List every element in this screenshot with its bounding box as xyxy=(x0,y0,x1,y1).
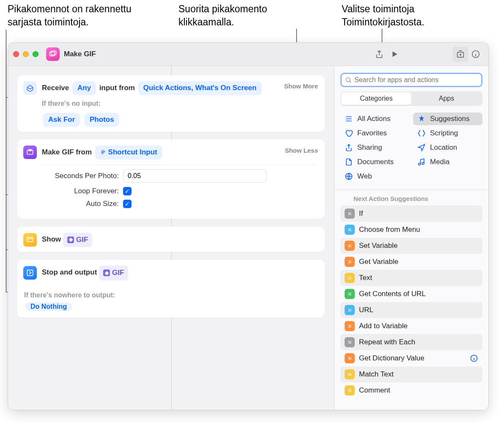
receive-icon xyxy=(23,81,37,95)
category-sharing[interactable]: Sharing xyxy=(340,141,410,154)
info-icon[interactable] xyxy=(470,354,478,363)
show-more[interactable]: Show More xyxy=(284,82,318,90)
action-icon: ≡ xyxy=(345,273,355,283)
text: Show xyxy=(42,235,61,243)
stop-icon xyxy=(23,266,37,280)
autosize-checkbox[interactable]: ✓ xyxy=(123,200,131,208)
show-icon xyxy=(23,233,37,247)
suggestion-get-dictionary-value[interactable]: ≡Get Dictionary Value xyxy=(340,350,482,366)
action-icon: ≡ xyxy=(345,289,355,299)
action-icon: ≡ xyxy=(345,321,355,331)
token-source[interactable]: Quick Actions, What's On Screen xyxy=(138,81,262,95)
shortcuts-window: Make GIF Receive xyxy=(8,42,489,410)
suggestion-choose-from-menu[interactable]: ≡Choose from Menu xyxy=(340,222,482,238)
action-icon: ≡ xyxy=(345,209,355,219)
svg-point-6 xyxy=(102,151,104,153)
token-photos[interactable]: Photos xyxy=(85,113,119,127)
svg-rect-1 xyxy=(51,51,56,55)
titlebar: Make GIF xyxy=(8,43,488,66)
category-scripting[interactable]: Scripting xyxy=(413,127,482,140)
text: Receive xyxy=(42,84,69,92)
token-do-nothing[interactable]: Do Nothing xyxy=(25,302,72,311)
callout-run: Suorita pikakomento klikkaamalla. xyxy=(178,3,267,29)
suggestion-repeat-with-each[interactable]: ≡Repeat with Each xyxy=(340,334,482,350)
editor-area: Receive Any input from Quick Actions, Wh… xyxy=(8,66,334,410)
nowhere-label: If there's nowhere to output: xyxy=(24,291,318,299)
action-icon: ≡ xyxy=(345,369,355,379)
action-icon: ≡ xyxy=(345,385,355,396)
token-ask-for[interactable]: Ask For xyxy=(43,113,80,127)
text: Stop and output xyxy=(42,268,97,276)
suggestion-comment[interactable]: ≡Comment xyxy=(340,382,482,398)
suggestion-set-variable[interactable]: ≡Set Variable xyxy=(340,238,482,254)
callout-actions: Pikakomennot on rakennettu sarjasta toim… xyxy=(8,3,131,29)
suggestion-get-contents-of-url[interactable]: ≡Get Contents of URL xyxy=(340,286,482,302)
svg-rect-0 xyxy=(50,52,55,56)
library-sidebar: Categories Apps All ActionsSuggestionsFa… xyxy=(334,66,488,410)
search-input[interactable] xyxy=(354,76,478,84)
category-all-actions[interactable]: All Actions xyxy=(340,113,410,125)
action-icon: ≡ xyxy=(345,241,355,251)
loop-label: Loop Forever: xyxy=(43,187,123,195)
suggestion-get-variable[interactable]: ≡Get Variable xyxy=(340,254,482,270)
run-button[interactable] xyxy=(387,47,402,62)
library-button[interactable] xyxy=(453,47,468,62)
category-media[interactable]: Media xyxy=(413,156,482,168)
suggestion-add-to-variable[interactable]: ≡Add to Variable xyxy=(340,318,482,334)
svg-rect-7 xyxy=(27,237,33,242)
category-favorites[interactable]: Favorites xyxy=(340,127,410,140)
no-input-label: If there's no input: xyxy=(42,98,281,110)
action-icon: ≡ xyxy=(345,337,355,347)
tab-apps[interactable]: Apps xyxy=(411,92,482,105)
category-suggestions[interactable]: Suggestions xyxy=(413,113,482,125)
share-button[interactable] xyxy=(372,47,387,62)
minimize-button[interactable] xyxy=(23,51,29,57)
text: Make GIF from xyxy=(42,148,92,156)
window-title: Make GIF xyxy=(64,50,96,58)
traffic-lights xyxy=(13,51,38,57)
action-icon: ≡ xyxy=(345,225,355,235)
makegif-icon xyxy=(23,146,37,159)
category-web[interactable]: Web xyxy=(340,170,410,183)
action-icon: ≡ xyxy=(345,257,355,267)
category-location[interactable]: Location xyxy=(413,141,482,154)
sidebar-tabs: Categories Apps xyxy=(340,91,482,106)
action-stop[interactable]: Stop and output ◆GIF If there's nowhere … xyxy=(17,260,325,318)
token-gif[interactable]: ◆GIF xyxy=(99,266,128,280)
token-any[interactable]: Any xyxy=(72,81,96,95)
autosize-label: Auto Size: xyxy=(43,200,123,208)
suggestions-header: Next Action Suggestions xyxy=(334,190,488,206)
token-gif[interactable]: ◆GIF xyxy=(63,233,92,247)
suggestion-if[interactable]: ≡If xyxy=(340,206,482,222)
svg-rect-8 xyxy=(27,270,33,276)
show-less[interactable]: Show Less xyxy=(285,147,318,154)
info-button[interactable] xyxy=(468,47,483,62)
action-make-gif[interactable]: Make GIF from Shortcut Input Show Less S… xyxy=(17,140,325,219)
callout-library: Valitse toimintoja Toimintokirjastosta. xyxy=(342,3,425,29)
suggestion-match-text[interactable]: ≡Match Text xyxy=(340,366,482,382)
search-icon xyxy=(345,77,352,83)
seconds-input[interactable] xyxy=(123,169,267,183)
callout-bracket xyxy=(6,30,6,292)
suggestion-text[interactable]: ≡Text xyxy=(340,270,482,286)
suggestions-list: ≡If≡Choose from Menu≡Set Variable≡Get Va… xyxy=(334,206,488,404)
action-icon: ≡ xyxy=(345,305,355,315)
categories-grid: All ActionsSuggestionsFavoritesScripting… xyxy=(334,106,488,190)
tab-categories[interactable]: Categories xyxy=(341,92,411,105)
token-shortcut-input[interactable]: Shortcut Input xyxy=(95,146,162,159)
shortcut-icon xyxy=(46,47,60,61)
seconds-label: Seconds Per Photo: xyxy=(43,172,123,180)
search-field[interactable] xyxy=(340,73,482,87)
text: input from xyxy=(99,84,135,92)
svg-point-9 xyxy=(346,78,350,82)
action-show[interactable]: Show ◆GIF xyxy=(17,227,325,253)
close-button[interactable] xyxy=(13,51,19,57)
action-receive[interactable]: Receive Any input from Quick Actions, Wh… xyxy=(17,75,325,132)
zoom-button[interactable] xyxy=(33,51,38,57)
suggestion-url[interactable]: ≡URL xyxy=(340,302,482,318)
category-documents[interactable]: Documents xyxy=(340,156,410,168)
action-icon: ≡ xyxy=(345,353,355,363)
loop-checkbox[interactable]: ✓ xyxy=(123,187,131,195)
